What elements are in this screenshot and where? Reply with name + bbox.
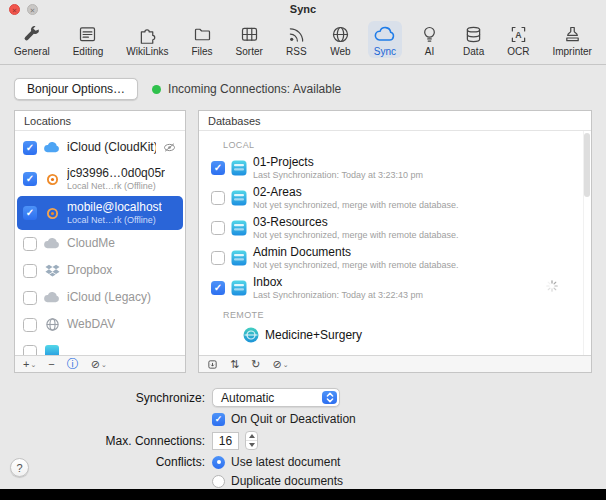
tab-label: Files bbox=[191, 46, 212, 57]
section-remote: REMOTE bbox=[199, 303, 591, 323]
checkbox[interactable] bbox=[211, 221, 225, 235]
duplicate-radio[interactable] bbox=[212, 475, 225, 488]
database-row-02-areas[interactable]: 02-Areas Not yet synchronized, merge wit… bbox=[199, 183, 591, 213]
max-connections-stepper[interactable] bbox=[245, 431, 258, 450]
checkbox[interactable] bbox=[23, 345, 37, 356]
checkbox[interactable] bbox=[23, 318, 37, 332]
database-status: Not yet synchronized, merge with remote … bbox=[253, 200, 459, 211]
chevron-down-icon: ⌄ bbox=[283, 361, 289, 368]
location-row-icloud-legacy[interactable]: iCloud (Legacy) bbox=[17, 284, 183, 311]
checkbox[interactable] bbox=[23, 237, 37, 251]
tab-label: OCR bbox=[507, 46, 529, 57]
location-name: WebDAV bbox=[67, 318, 115, 332]
scrollbar[interactable] bbox=[583, 131, 591, 355]
tab-editing[interactable]: Editing bbox=[67, 21, 110, 58]
use-latest-radio[interactable] bbox=[212, 456, 225, 469]
tab-label: Web bbox=[330, 46, 350, 57]
add-location-button[interactable]: +⌄ bbox=[23, 359, 36, 370]
refresh-icon[interactable]: ↻ bbox=[251, 359, 260, 370]
remote-database-icon bbox=[243, 327, 259, 343]
location-row-partial[interactable] bbox=[17, 338, 183, 355]
on-quit-checkbox[interactable] bbox=[212, 413, 225, 426]
location-name: iCloud (CloudKit) bbox=[67, 141, 156, 155]
dropbox-icon bbox=[43, 262, 61, 280]
databases-toolbar: ⇅ ↻ ⊘⌄ bbox=[199, 355, 591, 372]
checkbox[interactable] bbox=[211, 161, 225, 175]
checkbox[interactable] bbox=[23, 291, 37, 305]
tab-rss[interactable]: RSS bbox=[280, 21, 313, 58]
database-row-03-resources[interactable]: 03-Resources Not yet synchronized, merge… bbox=[199, 213, 591, 243]
checkbox[interactable] bbox=[23, 172, 37, 186]
help-button[interactable]: ? bbox=[10, 458, 29, 477]
stepper-up[interactable] bbox=[246, 432, 257, 440]
lightbulb-icon bbox=[419, 23, 440, 46]
icloud-cloud-icon bbox=[43, 139, 61, 157]
location-row-mobile-localhost[interactable]: mobile@localhost Local Net…rk (Offline) bbox=[17, 196, 183, 230]
tab-wikilinks[interactable]: WikiLinks bbox=[120, 21, 174, 58]
stamp-icon bbox=[562, 23, 583, 46]
info-button[interactable]: ⓘ bbox=[67, 358, 79, 370]
database-status: Not yet synchronized, merge with remote … bbox=[253, 260, 459, 271]
ignore-menu-button[interactable]: ⊘⌄ bbox=[91, 359, 107, 370]
database-name: 01-Projects bbox=[253, 155, 423, 169]
ignore-menu-button[interactable]: ⊘⌄ bbox=[272, 359, 288, 370]
svg-text:A: A bbox=[515, 30, 522, 40]
database-name: Medicine+Surgery bbox=[265, 328, 362, 342]
tab-label: General bbox=[14, 46, 50, 57]
checkbox[interactable] bbox=[23, 141, 37, 155]
database-file-icon bbox=[231, 160, 247, 176]
databases-panel: Databases LOCAL 01-Projects Last Synchro… bbox=[198, 110, 592, 373]
checkbox[interactable] bbox=[211, 251, 225, 265]
location-row-cloudme[interactable]: CloudMe bbox=[17, 230, 183, 257]
tab-label: Imprinter bbox=[552, 46, 591, 57]
database-icon bbox=[463, 23, 484, 46]
stepper-down[interactable] bbox=[246, 440, 257, 449]
tab-sync[interactable]: Sync bbox=[368, 21, 402, 58]
location-name: Dropbox bbox=[67, 264, 112, 278]
conflict-option-duplicate[interactable]: Duplicate documents bbox=[212, 474, 356, 488]
database-row-01-projects[interactable]: 01-Projects Last Synchronization: Today … bbox=[199, 153, 591, 183]
checkbox[interactable] bbox=[211, 191, 225, 205]
checkbox[interactable] bbox=[211, 281, 225, 295]
editing-icon bbox=[77, 23, 98, 46]
checkbox[interactable] bbox=[23, 206, 37, 220]
location-name: jc93996…0d0q05r bbox=[67, 167, 165, 181]
database-name: Inbox bbox=[253, 275, 423, 289]
tab-sorter[interactable]: Sorter bbox=[230, 21, 269, 58]
sync-direction-icon[interactable]: ⇅ bbox=[230, 359, 239, 370]
database-name: Admin Documents bbox=[253, 245, 459, 259]
tab-ai[interactable]: AI bbox=[413, 21, 446, 58]
titlebar: ✕ ✕ Sync bbox=[0, 0, 606, 18]
location-row-icloud-cloudkit[interactable]: iCloud (CloudKit) bbox=[17, 133, 183, 162]
on-quit-option[interactable]: On Quit or Deactivation bbox=[212, 412, 356, 426]
checkbox[interactable] bbox=[23, 264, 37, 278]
remove-location-button[interactable]: − bbox=[48, 359, 54, 370]
tab-data[interactable]: Data bbox=[457, 21, 490, 58]
synchronize-label: Synchronize: bbox=[0, 391, 205, 405]
tab-ocr[interactable]: A OCR bbox=[501, 21, 535, 58]
database-file-icon bbox=[231, 220, 247, 236]
bonjour-options-button[interactable]: Bonjour Options… bbox=[14, 78, 138, 100]
section-local: LOCAL bbox=[199, 133, 591, 153]
chevron-down-icon: ⌄ bbox=[30, 361, 36, 368]
database-row-admin-documents[interactable]: Admin Documents Not yet synchronized, me… bbox=[199, 243, 591, 273]
tab-files[interactable]: Files bbox=[185, 21, 218, 58]
scrollbar-thumb[interactable] bbox=[584, 133, 590, 197]
location-row-dropbox[interactable]: Dropbox bbox=[17, 257, 183, 284]
database-row-medicine-surgery[interactable]: Medicine+Surgery bbox=[199, 323, 591, 347]
location-name: iCloud (Legacy) bbox=[67, 291, 151, 305]
location-name: mobile@localhost bbox=[67, 201, 162, 215]
location-row-webdav[interactable]: WebDAV bbox=[17, 311, 183, 338]
tab-general[interactable]: General bbox=[8, 21, 56, 58]
synchronize-popup[interactable]: Automatic bbox=[212, 388, 340, 407]
tab-imprinter[interactable]: Imprinter bbox=[546, 21, 597, 58]
tab-web[interactable]: Web bbox=[324, 21, 357, 58]
conflict-option-latest[interactable]: Use latest document bbox=[212, 455, 356, 469]
max-connections-field[interactable]: 16 bbox=[212, 432, 239, 450]
tab-label: WikiLinks bbox=[126, 46, 168, 57]
clean-database-icon[interactable] bbox=[207, 359, 218, 370]
location-row-bonjour-device[interactable]: jc93996…0d0q05r Local Net…rk (Offline) bbox=[17, 162, 183, 196]
rss-icon bbox=[286, 23, 307, 46]
tab-label: Data bbox=[463, 46, 484, 57]
database-row-inbox[interactable]: Inbox Last Synchronization: Today at 3:2… bbox=[199, 273, 591, 303]
